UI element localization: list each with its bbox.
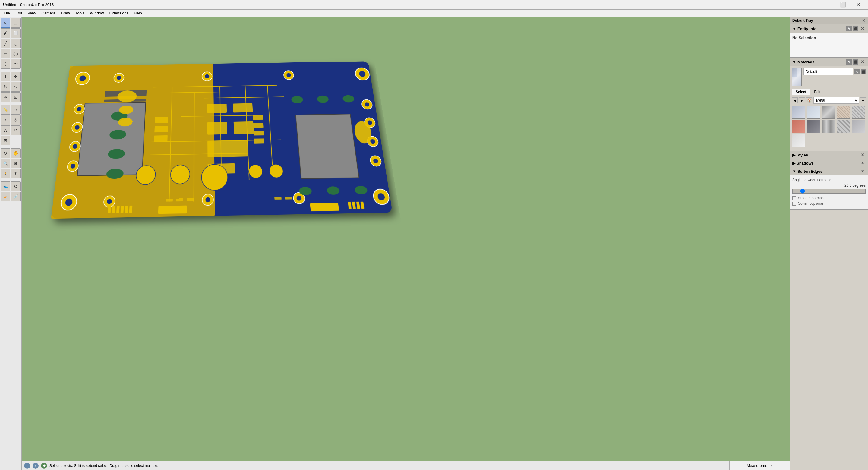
move-tool[interactable] bbox=[11, 72, 21, 82]
soften-coplanar-checkbox[interactable] bbox=[792, 202, 796, 206]
default-tray-header: Default Tray ✕ bbox=[790, 17, 868, 24]
turntable-tool[interactable] bbox=[11, 182, 21, 191]
menu-item-edit[interactable]: Edit bbox=[13, 10, 24, 16]
soften-slider[interactable] bbox=[792, 189, 866, 193]
component-tool[interactable] bbox=[11, 18, 21, 28]
entity-info-close[interactable]: ✕ bbox=[860, 26, 866, 31]
menu-item-camera[interactable]: Camera bbox=[39, 10, 58, 16]
mat-swatch-8[interactable] bbox=[837, 120, 850, 133]
zoomex-tool[interactable] bbox=[11, 159, 21, 168]
soften-edges-header[interactable]: ▼ Soften Edges ✕ bbox=[790, 167, 868, 176]
maximize-button[interactable]: ⬜ bbox=[836, 1, 850, 9]
scale-tool[interactable] bbox=[11, 82, 21, 92]
menu-item-file[interactable]: File bbox=[1, 10, 12, 16]
section-tool[interactable] bbox=[1, 136, 10, 145]
shadows-header[interactable]: ▶ Shadows ✕ bbox=[790, 159, 868, 167]
rect-tool[interactable] bbox=[1, 49, 10, 59]
freehand-tool[interactable] bbox=[11, 59, 21, 69]
materials-edit-icon[interactable]: ✎ bbox=[846, 59, 852, 64]
svg-rect-102 bbox=[116, 206, 120, 213]
entity-info-header[interactable]: ▼ Entity Info ✎ ⬛ ✕ bbox=[790, 24, 868, 33]
line-tool[interactable] bbox=[1, 39, 10, 48]
svg-rect-35 bbox=[254, 138, 265, 143]
mat-swatch-2[interactable] bbox=[822, 105, 835, 119]
minimize-button[interactable]: – bbox=[821, 1, 835, 9]
info-icon[interactable]: i bbox=[24, 463, 30, 469]
eraser-tool[interactable] bbox=[11, 28, 21, 38]
mat-swatch-7[interactable] bbox=[822, 120, 835, 133]
tab-select[interactable]: Select bbox=[792, 89, 810, 95]
canvas-area[interactable]: i ! ⊕ Select objects. Shift to extend se… bbox=[22, 17, 789, 470]
menu-item-extensions[interactable]: Extensions bbox=[107, 10, 131, 16]
mat-swatch-10[interactable] bbox=[792, 134, 805, 147]
look-tool[interactable] bbox=[11, 169, 21, 179]
mat-swatch-4[interactable] bbox=[852, 105, 865, 119]
3dtext-tool[interactable] bbox=[11, 125, 21, 135]
mat-swatch-5[interactable] bbox=[792, 120, 805, 133]
paint2-tool[interactable] bbox=[1, 192, 10, 201]
styles-close[interactable]: ✕ bbox=[860, 153, 866, 157]
select-tool[interactable] bbox=[1, 18, 10, 28]
material-name-input[interactable] bbox=[804, 68, 853, 75]
measurements-label: Measurements bbox=[747, 463, 773, 468]
mat-back-btn[interactable]: ◀ bbox=[792, 97, 798, 103]
svg-rect-103 bbox=[121, 206, 124, 213]
materials-close[interactable]: ✕ bbox=[860, 59, 866, 64]
arc-tool[interactable] bbox=[11, 39, 21, 48]
rotate-tool[interactable] bbox=[1, 82, 10, 92]
entity-info-edit-icon[interactable]: ✎ bbox=[846, 26, 852, 31]
menu-item-window[interactable]: Window bbox=[87, 10, 106, 16]
default-tray-label: Default Tray bbox=[792, 19, 813, 23]
mat-swatch-3[interactable] bbox=[837, 105, 850, 119]
pushpull-tool[interactable] bbox=[1, 72, 10, 82]
menu-item-tools[interactable]: Tools bbox=[73, 10, 87, 16]
zoom-tool[interactable] bbox=[1, 159, 10, 168]
entity-info-photo-icon[interactable]: ⬛ bbox=[853, 26, 858, 31]
mat-add-btn[interactable]: + bbox=[860, 97, 866, 103]
offset-tool[interactable] bbox=[11, 92, 21, 102]
pcb-viewport[interactable] bbox=[22, 17, 789, 461]
mat-type-select[interactable]: Metal Asphalt and Concrete Brick and Cla… bbox=[813, 97, 859, 104]
mat-swatch-0[interactable] bbox=[792, 105, 805, 119]
materials-photo-icon[interactable]: ⬛ bbox=[853, 59, 858, 64]
mat-forward-btn[interactable]: ▶ bbox=[799, 97, 805, 103]
mat-swatch-9[interactable] bbox=[852, 120, 865, 133]
svg-rect-101 bbox=[112, 206, 116, 213]
warning-icon[interactable]: ! bbox=[33, 463, 39, 469]
sample-tool[interactable] bbox=[11, 192, 21, 201]
position-tool[interactable] bbox=[1, 182, 10, 191]
materials-content: ✎ ⬛ Select Edit ◀ ▶ 🏠 Metal Asphalt an bbox=[790, 66, 868, 151]
styles-header[interactable]: ▶ Styles ✕ bbox=[790, 151, 868, 159]
orbit-tool[interactable] bbox=[1, 148, 10, 158]
text-tool[interactable] bbox=[1, 125, 10, 135]
paint-tool[interactable] bbox=[1, 28, 10, 38]
geo-icon[interactable]: ⊕ bbox=[41, 463, 47, 469]
poly-tool[interactable] bbox=[1, 59, 10, 69]
svg-rect-105 bbox=[129, 206, 132, 213]
circle-tool[interactable] bbox=[11, 49, 21, 59]
dimension-tool[interactable] bbox=[11, 105, 21, 115]
axes-tool[interactable] bbox=[11, 115, 21, 125]
menu-item-view[interactable]: View bbox=[25, 10, 38, 16]
menu-item-draw[interactable]: Draw bbox=[59, 10, 72, 16]
protractor-tool[interactable] bbox=[1, 115, 10, 125]
mat-swatch-6[interactable] bbox=[807, 120, 820, 133]
menu-item-help[interactable]: Help bbox=[131, 10, 145, 16]
followme-tool[interactable] bbox=[1, 92, 10, 102]
materials-header[interactable]: ▼ Materials ✎ ⬛ ✕ bbox=[790, 58, 868, 66]
tape-tool[interactable] bbox=[1, 105, 10, 115]
soften-edges-close[interactable]: ✕ bbox=[860, 169, 866, 174]
material-name-edit-icon[interactable]: ✎ bbox=[854, 69, 860, 74]
tray-close-button[interactable]: ✕ bbox=[862, 18, 866, 23]
material-name-photo-icon[interactable]: ⬛ bbox=[861, 69, 866, 74]
shadows-close[interactable]: ✕ bbox=[860, 161, 866, 165]
pan-tool[interactable] bbox=[11, 148, 21, 158]
degrees-value: 20,0 bbox=[844, 183, 851, 188]
mat-swatch-1[interactable] bbox=[807, 105, 820, 119]
entity-info-label: Entity Info bbox=[796, 27, 846, 31]
tab-edit[interactable]: Edit bbox=[810, 89, 824, 95]
close-button[interactable]: ✕ bbox=[851, 1, 865, 9]
walk-tool[interactable] bbox=[1, 169, 10, 179]
mat-home-btn[interactable]: 🏠 bbox=[806, 97, 812, 103]
smooth-normals-checkbox[interactable] bbox=[792, 196, 796, 200]
